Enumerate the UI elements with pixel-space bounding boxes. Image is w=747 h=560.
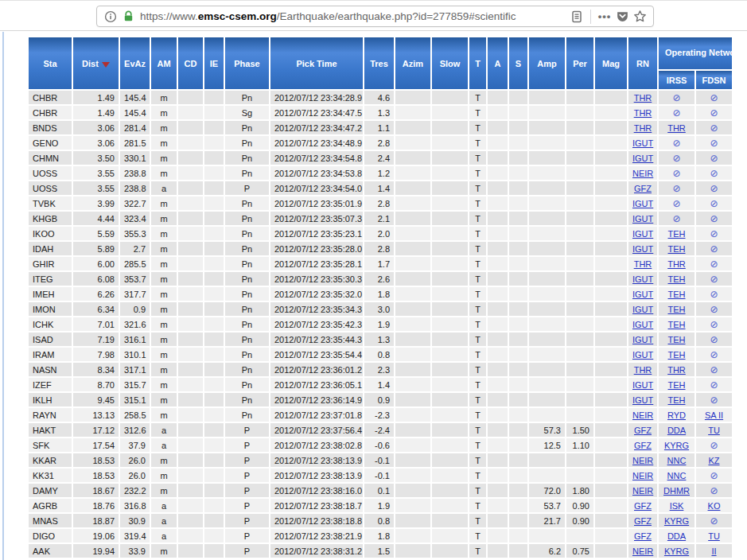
rn-link[interactable]: THR xyxy=(634,108,652,118)
irss-link[interactable]: THR xyxy=(667,365,686,375)
rn-link[interactable]: IGUT xyxy=(632,305,653,314)
table-row: NASN8.34317.1mPn2012/07/12 23:36:01.22.3… xyxy=(29,363,732,376)
irss-link[interactable]: TEH xyxy=(668,350,686,360)
rn-link[interactable]: NEIR xyxy=(632,471,653,480)
irss-link[interactable]: THR xyxy=(667,123,686,133)
rn-link[interactable]: NEIR xyxy=(632,410,653,420)
irss-link[interactable]: TEH xyxy=(668,320,686,329)
cell-amp xyxy=(529,332,565,346)
rn-link[interactable]: IGUT xyxy=(632,350,653,360)
irss-link[interactable]: TEH xyxy=(668,395,686,405)
rn-link[interactable]: GFZ xyxy=(634,516,652,526)
rn-link[interactable]: IGUT xyxy=(632,335,653,344)
cell-sta: NASN xyxy=(29,363,72,376)
rn-link[interactable]: THR xyxy=(634,259,652,269)
url-input[interactable]: https://www.emsc-csem.org/Earthquake/ear… xyxy=(140,10,568,24)
rn-link[interactable]: THR xyxy=(634,365,652,375)
col-header-tres[interactable]: Tres xyxy=(364,37,394,89)
irss-link[interactable]: DHMR xyxy=(663,486,690,496)
irss-link[interactable]: TEH xyxy=(668,274,686,284)
rn-link[interactable]: IGUT xyxy=(632,380,653,390)
reader-mode-icon[interactable] xyxy=(568,8,586,25)
irss-link[interactable]: TEH xyxy=(668,229,686,239)
irss-link[interactable]: NNC xyxy=(667,471,687,480)
col-header-t[interactable]: T xyxy=(469,37,486,89)
irss-link[interactable]: KYRG xyxy=(664,546,689,556)
page-actions-icon[interactable]: ••• xyxy=(596,8,613,25)
col-header-mag[interactable]: Mag xyxy=(595,37,627,89)
rn-link[interactable]: IGUT xyxy=(632,229,653,239)
irss-link[interactable]: TEH xyxy=(668,305,686,314)
col-header-evaz[interactable]: EvAz xyxy=(120,37,150,89)
irss-link[interactable]: KYRG xyxy=(664,516,689,526)
col-header-pick-time[interactable]: Pick Time xyxy=(270,37,363,89)
rn-link[interactable]: GFZ xyxy=(634,184,652,193)
irss-link[interactable]: ISK xyxy=(670,501,684,511)
rn-link[interactable]: IGUT xyxy=(632,274,653,284)
col-header-azim[interactable]: Azim xyxy=(395,37,430,89)
col-header-dist[interactable]: Dist xyxy=(73,37,119,89)
rn-link[interactable]: IGUT xyxy=(632,199,653,208)
rn-link[interactable]: GFZ xyxy=(634,426,652,435)
col-header-a[interactable]: A xyxy=(488,37,508,89)
rn-link[interactable]: GFZ xyxy=(634,441,652,450)
col-header-rn[interactable]: RN xyxy=(628,37,657,89)
rn-link[interactable]: NEIR xyxy=(632,456,653,465)
fdsn-link[interactable]: KZ xyxy=(708,456,719,465)
col-header-am[interactable]: AM xyxy=(151,37,177,89)
col-header-s[interactable]: S xyxy=(509,37,527,89)
col-header-amp[interactable]: Amp xyxy=(529,37,565,89)
rn-link[interactable]: IGUT xyxy=(632,244,653,254)
rn-link[interactable]: IGUT xyxy=(632,138,653,148)
lock-icon[interactable] xyxy=(119,8,137,25)
col-header-phase[interactable]: Phase xyxy=(225,37,269,89)
cell-evaz: 312.6 xyxy=(120,423,150,437)
irss-link[interactable]: TEH xyxy=(668,244,686,254)
col-header-irss[interactable]: IRSS xyxy=(659,71,694,89)
rn-link[interactable]: NEIR xyxy=(632,486,653,496)
cell-s xyxy=(509,242,527,255)
irss-link[interactable]: TEH xyxy=(668,380,686,390)
cell-azim xyxy=(395,529,430,542)
fdsn-link[interactable]: II xyxy=(711,546,716,556)
cell-mag xyxy=(595,499,627,512)
col-header-per[interactable]: Per xyxy=(566,37,593,89)
fdsn-link[interactable]: TU xyxy=(708,531,720,541)
irss-link[interactable]: TEH xyxy=(668,335,686,344)
col-header-cd[interactable]: CD xyxy=(178,37,203,89)
pocket-icon[interactable] xyxy=(613,8,631,25)
irss-link[interactable]: TEH xyxy=(668,290,686,299)
rn-link[interactable]: IGUT xyxy=(632,214,653,224)
col-header-ie[interactable]: IE xyxy=(204,37,224,89)
irss-link[interactable]: KYRG xyxy=(664,441,689,450)
irss-link[interactable]: DDA xyxy=(667,531,686,541)
irss-link[interactable]: DDA xyxy=(667,426,686,435)
rn-link[interactable]: GFZ xyxy=(634,501,652,511)
rn-link[interactable]: NEIR xyxy=(632,546,653,556)
cell-amp xyxy=(529,121,565,134)
site-info-icon[interactable] xyxy=(102,8,119,25)
col-header-fdsn[interactable]: FDSN xyxy=(696,71,732,89)
rn-link[interactable]: THR xyxy=(634,123,652,133)
rn-link[interactable]: GFZ xyxy=(634,531,652,541)
cell-cd xyxy=(178,212,203,225)
rn-link[interactable]: IGUT xyxy=(632,290,653,299)
irss-link[interactable]: RYD xyxy=(667,410,686,420)
cell-s xyxy=(509,302,527,316)
fdsn-link[interactable]: KO xyxy=(708,501,721,511)
irss-link[interactable]: THR xyxy=(667,259,686,269)
irss-link[interactable]: NNC xyxy=(667,456,687,465)
no-data-icon: ⊘ xyxy=(710,274,718,285)
rn-link[interactable]: IGUT xyxy=(632,395,653,405)
rn-link[interactable]: IGUT xyxy=(632,154,653,163)
url-bar[interactable]: https://www.emsc-csem.org/Earthquake/ear… xyxy=(96,6,654,27)
rn-link[interactable]: IGUT xyxy=(632,320,653,329)
col-header-sta[interactable]: Sta xyxy=(29,37,72,89)
cell-am: m xyxy=(151,348,177,361)
rn-link[interactable]: THR xyxy=(634,93,652,103)
fdsn-link[interactable]: SA II xyxy=(705,410,723,420)
col-header-slow[interactable]: Slow xyxy=(432,37,468,89)
bookmark-star-icon[interactable] xyxy=(631,8,648,25)
fdsn-link[interactable]: TU xyxy=(708,426,720,435)
rn-link[interactable]: NEIR xyxy=(632,169,653,178)
